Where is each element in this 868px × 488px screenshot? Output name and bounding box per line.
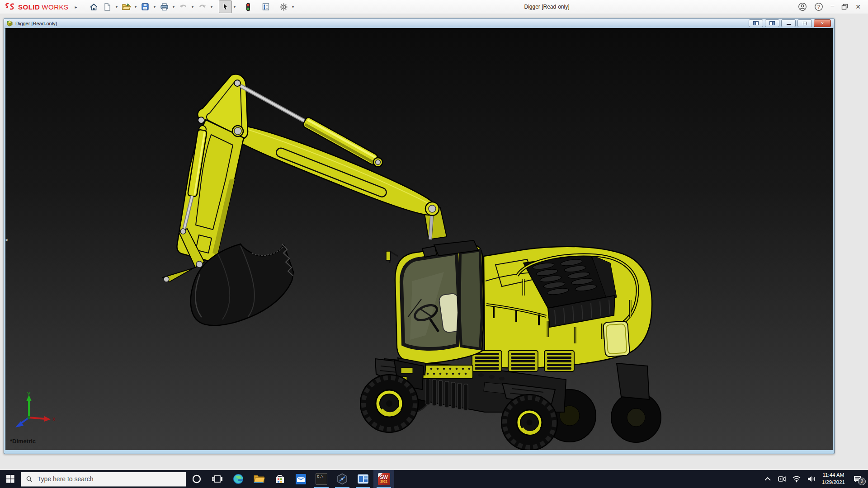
menu-flyout-chevron-icon[interactable]: ▸ bbox=[75, 5, 77, 9]
taskbar-store[interactable] bbox=[269, 470, 290, 488]
new-document-button[interactable] bbox=[101, 0, 114, 13]
redo-button[interactable] bbox=[196, 0, 209, 13]
options-caret[interactable]: ▾ bbox=[291, 5, 296, 9]
redo-caret[interactable]: ▾ bbox=[209, 5, 214, 9]
assembly-document-icon bbox=[6, 20, 13, 27]
tray-network[interactable] bbox=[792, 475, 801, 483]
minimize-button[interactable]: – bbox=[830, 2, 834, 9]
triad-x-label: X bbox=[52, 417, 56, 422]
undo-caret[interactable]: ▾ bbox=[190, 5, 195, 9]
solidworks-logo: SOLIDWORKS bbox=[0, 3, 69, 11]
system-tray: 11:44 AM 1/29/2021 2 bbox=[764, 472, 868, 486]
open-caret[interactable]: ▾ bbox=[133, 5, 138, 9]
taskbar-solidworks[interactable]: SW 2021 bbox=[373, 470, 394, 488]
file-properties-icon bbox=[262, 3, 270, 11]
select-tool-caret[interactable]: ▾ bbox=[232, 5, 237, 9]
main-toolbar: ▾ ▾ ▾ bbox=[87, 0, 296, 13]
save-button[interactable] bbox=[139, 0, 152, 13]
taskbar-cortana[interactable] bbox=[186, 470, 207, 488]
svg-text:?: ? bbox=[817, 4, 820, 9]
document-window: Digger [Read-only] bbox=[4, 18, 835, 454]
minimize-icon bbox=[787, 24, 791, 25]
action-center[interactable]: 2 bbox=[851, 472, 864, 486]
clock-time: 11:44 AM bbox=[822, 472, 845, 479]
taskbar-clock[interactable]: 11:44 AM 1/29/2021 bbox=[822, 472, 845, 486]
open-button[interactable] bbox=[120, 0, 133, 13]
print-button[interactable] bbox=[158, 0, 171, 13]
file-explorer-icon bbox=[253, 474, 265, 484]
restore-icon bbox=[803, 22, 807, 25]
print-caret[interactable]: ▾ bbox=[171, 5, 176, 9]
search-input[interactable] bbox=[37, 475, 181, 483]
pane-right-button[interactable] bbox=[765, 19, 779, 27]
tray-show-hidden-icons[interactable] bbox=[764, 476, 771, 482]
document-close-button[interactable]: ✕ bbox=[814, 19, 831, 27]
front-left-wheel bbox=[360, 375, 418, 432]
select-arrow-icon bbox=[222, 3, 229, 11]
close-button[interactable]: ✕ bbox=[855, 4, 861, 10]
start-button[interactable] bbox=[0, 470, 21, 488]
document-minimize-button[interactable] bbox=[781, 19, 796, 27]
graphics-viewport[interactable]: Y X *Dimetric ◂ bbox=[5, 28, 833, 450]
split-pane-left-icon bbox=[753, 21, 759, 25]
front-right-wheel bbox=[501, 394, 557, 450]
home-button[interactable] bbox=[87, 0, 100, 13]
triad-y-label: Y bbox=[27, 391, 31, 397]
taskbar-search[interactable] bbox=[21, 472, 186, 487]
rebuild-button[interactable] bbox=[242, 0, 255, 13]
split-pane-right-icon bbox=[769, 21, 775, 25]
print-icon bbox=[160, 3, 169, 11]
meet-now-camera-icon bbox=[777, 475, 786, 483]
save-caret[interactable]: ▾ bbox=[152, 5, 157, 9]
clock-date: 1/29/2021 bbox=[822, 479, 845, 486]
document-restore-button[interactable] bbox=[797, 19, 812, 27]
app-window-title: Digger [Read-only] bbox=[296, 4, 798, 10]
windows-logo-icon bbox=[6, 475, 14, 483]
undo-button[interactable] bbox=[177, 0, 190, 13]
client-area: Digger [Read-only] bbox=[0, 14, 868, 470]
feature-panel-collapse-arrow[interactable]: ◂ bbox=[5, 237, 8, 242]
restore-button[interactable] bbox=[841, 4, 848, 10]
brand-text-light: WORKS bbox=[42, 3, 68, 11]
taskbar-mail[interactable] bbox=[290, 470, 311, 488]
boom-arm bbox=[163, 74, 439, 282]
select-tool-button[interactable] bbox=[219, 0, 232, 13]
tray-meet-now[interactable] bbox=[777, 475, 786, 483]
chevron-up-icon bbox=[764, 476, 771, 482]
new-document-icon bbox=[103, 3, 111, 11]
file-properties-button[interactable] bbox=[259, 0, 273, 13]
screen: SOLIDWORKS ▸ ▾ bbox=[0, 0, 868, 488]
digger-3d-model bbox=[5, 28, 833, 450]
new-document-caret[interactable]: ▾ bbox=[114, 5, 119, 9]
blue-window-app-icon bbox=[357, 474, 369, 484]
taskbar-file-explorer[interactable] bbox=[249, 470, 269, 488]
options-button[interactable] bbox=[277, 0, 290, 13]
document-titlebar[interactable]: Digger [Read-only] bbox=[4, 19, 834, 28]
taskbar-apps: C:\ SW 2021 bbox=[186, 470, 394, 488]
command-prompt-icon: C:\ bbox=[316, 473, 327, 485]
taskbar-edge[interactable] bbox=[228, 470, 249, 488]
taskbar-command-prompt[interactable]: C:\ bbox=[311, 470, 332, 488]
notification-count-badge: 2 bbox=[858, 478, 866, 485]
speaker-icon bbox=[807, 475, 816, 483]
taskbar-task-view[interactable] bbox=[207, 470, 228, 488]
orientation-triad: Y X bbox=[13, 391, 58, 435]
pane-left-button[interactable] bbox=[749, 19, 763, 27]
mail-icon bbox=[295, 474, 307, 485]
taskbar-app-hexagon[interactable] bbox=[332, 470, 353, 488]
undo-icon bbox=[179, 3, 188, 11]
document-title: Digger [Read-only] bbox=[15, 21, 57, 26]
app-window-controls: ? – ✕ bbox=[798, 2, 868, 11]
account-icon[interactable] bbox=[798, 2, 807, 11]
open-folder-icon bbox=[122, 3, 131, 11]
brand-text-bold: SOLID bbox=[18, 3, 40, 11]
solidworks-logo-mark bbox=[5, 3, 16, 11]
redo-icon bbox=[198, 3, 207, 11]
view-orientation-label: *Dimetric bbox=[10, 438, 36, 445]
tray-volume[interactable] bbox=[807, 475, 816, 483]
help-icon[interactable]: ? bbox=[814, 2, 823, 11]
wifi-icon bbox=[792, 475, 801, 483]
traffic-light-icon bbox=[245, 3, 251, 11]
taskbar-app-blue-window[interactable] bbox=[353, 470, 373, 488]
side-grilles bbox=[472, 351, 574, 371]
